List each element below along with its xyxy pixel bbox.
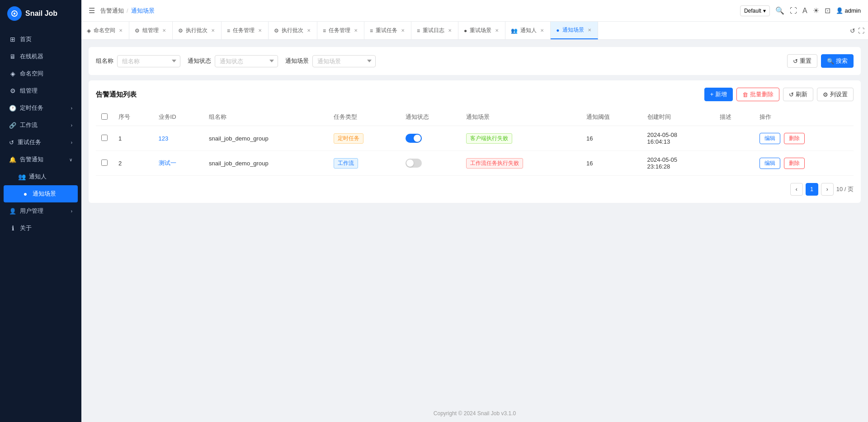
delete-button[interactable]: 删除 xyxy=(784,158,805,169)
col-task-type: 任务类型 xyxy=(328,108,400,126)
user-menu[interactable]: 👤 admin xyxy=(836,7,861,14)
edit-button[interactable]: 编辑 xyxy=(760,133,780,144)
tab-close-notify-scene[interactable]: ✕ xyxy=(587,27,592,33)
layout-icon[interactable]: ⊡ xyxy=(825,6,830,15)
sidebar-toggle[interactable]: ☰ xyxy=(89,6,95,15)
notify-status-toggle[interactable] xyxy=(406,159,422,168)
sidebar-item-label: 关于 xyxy=(20,224,32,232)
edit-button[interactable]: 编辑 xyxy=(760,158,780,169)
tab-notify-scene[interactable]: ● 通知场景 ✕ xyxy=(551,22,598,39)
sidebar-group-header-user[interactable]: 👤 用户管理 › xyxy=(0,202,81,220)
logo-icon xyxy=(7,6,22,21)
tab-retry-log[interactable]: ≡ 重试日志 ✕ xyxy=(411,22,458,39)
sidebar-item-notify-scene[interactable]: ● 通知场景 xyxy=(4,185,78,202)
prev-page-button[interactable]: ‹ xyxy=(790,183,803,196)
row-checkbox[interactable] xyxy=(101,159,108,166)
tab-task-mgmt2[interactable]: ≡ 任务管理 ✕ xyxy=(317,22,364,39)
notify-status-select[interactable]: 通知状态 xyxy=(215,55,278,67)
tab-notify-person[interactable]: 👥 通知人 ✕ xyxy=(505,22,551,39)
tab-icon-retry: ≡ xyxy=(370,28,373,34)
notify-scene-select[interactable]: 通知场景 xyxy=(312,55,376,67)
tab-close-retry-log[interactable]: ✕ xyxy=(447,27,453,34)
tab-task-mgmt1[interactable]: ≡ 任务管理 ✕ xyxy=(222,22,269,39)
add-button[interactable]: + 新增 xyxy=(704,88,733,101)
sidebar-group-header-alert[interactable]: 🔔 告警通知 ∨ xyxy=(0,151,81,168)
settings-icon: ⚙ xyxy=(823,91,828,98)
reset-label: 重置 xyxy=(800,57,811,65)
sidebar-group-header-scheduled[interactable]: 🕐 定时任务 › xyxy=(0,99,81,117)
app-logo[interactable]: Snail Job xyxy=(0,0,81,27)
sidebar-item-online-machines[interactable]: 🖥 在线机器 xyxy=(0,48,81,65)
notify-status-toggle[interactable] xyxy=(406,134,422,143)
chevron-down-icon: ▾ xyxy=(763,8,766,14)
translate-icon[interactable]: A xyxy=(802,7,807,15)
action-buttons: 编辑 删除 xyxy=(760,158,848,169)
action-buttons: 编辑 删除 xyxy=(760,133,848,144)
tab-retry-tasks[interactable]: ≡ 重试任务 ✕ xyxy=(364,22,411,39)
sidebar-item-about[interactable]: ℹ 关于 xyxy=(0,220,81,237)
theme-icon[interactable]: ☀ xyxy=(813,6,819,15)
sidebar-item-label: 组管理 xyxy=(20,87,38,95)
col-notify-scene: 通知场景 xyxy=(461,108,581,126)
col-actions: 操作 xyxy=(754,108,854,126)
sidebar-group-header-retry[interactable]: ↺ 重试任务 › xyxy=(0,134,81,151)
page-content: 组名称 组名称 通知状态 通知状态 通知场景 通知场景 ↺ xyxy=(81,40,868,405)
tab-icon-retry-log: ≡ xyxy=(417,28,420,34)
filter-notify-scene-label: 通知场景 xyxy=(285,57,309,65)
tab-exec-batch2[interactable]: ⚙ 执行批次 ✕ xyxy=(269,22,317,39)
sidebar-item-namespace[interactable]: ◈ 命名空间 xyxy=(0,65,81,82)
sidebar-item-notify-person[interactable]: 👥 通知人 xyxy=(0,168,81,185)
row-notify-status xyxy=(400,126,461,151)
search-icon[interactable]: 🔍 xyxy=(775,6,784,15)
namespace-icon: ◈ xyxy=(9,70,16,77)
tab-close-namespace[interactable]: ✕ xyxy=(118,27,123,34)
row-task-type: 定时任务 xyxy=(328,126,400,151)
breadcrumb: 告警通知 / 通知场景 xyxy=(100,7,155,15)
select-all-checkbox[interactable] xyxy=(101,113,108,120)
page-1-button[interactable]: 1 xyxy=(806,183,818,196)
tab-fullscreen-icon[interactable]: ⛶ xyxy=(858,27,864,34)
sidebar-group-alert: 🔔 告警通知 ∨ 👥 通知人 ● 通知场景 xyxy=(0,151,81,202)
row-description xyxy=(714,151,755,176)
business-id-link[interactable]: 测试一 xyxy=(159,159,176,166)
search-button[interactable]: 🔍 搜索 xyxy=(821,54,854,68)
row-checkbox-cell xyxy=(96,126,113,151)
tab-retry-scene[interactable]: ● 重试场景 ✕ xyxy=(458,22,505,39)
sidebar-item-home[interactable]: ⊞ 首页 xyxy=(0,31,81,48)
sidebar-group-header-workflow[interactable]: 🔗 工作流 › xyxy=(0,117,81,134)
row-checkbox[interactable] xyxy=(101,135,108,141)
tab-namespace[interactable]: ◈ 命名空间 ✕ xyxy=(81,22,129,39)
tab-close-notify-person[interactable]: ✕ xyxy=(539,27,545,34)
namespace-select[interactable]: Default ▾ xyxy=(740,5,770,16)
copyright: Copyright © 2024 Snail Job v3.1.0 xyxy=(434,410,516,417)
tab-close-task2[interactable]: ✕ xyxy=(353,27,359,34)
tab-label-task1: 任务管理 xyxy=(233,27,255,34)
col-checkbox xyxy=(96,108,113,126)
tab-group-mgmt[interactable]: ⚙ 组管理 ✕ xyxy=(129,22,173,39)
fullscreen-icon[interactable]: ⛶ xyxy=(790,7,797,15)
tab-close-group[interactable]: ✕ xyxy=(161,27,167,34)
business-id-link[interactable]: 123 xyxy=(159,135,169,142)
tab-close-task1[interactable]: ✕ xyxy=(257,27,263,34)
filter-group-name: 组名称 组名称 xyxy=(96,55,180,67)
refresh-button[interactable]: ↺ 刷新 xyxy=(783,88,813,101)
row-checkbox-cell xyxy=(96,151,113,176)
next-page-button[interactable]: › xyxy=(821,183,834,196)
tab-icon-group: ⚙ xyxy=(135,28,140,34)
filter-group-name-label: 组名称 xyxy=(96,57,113,65)
search-label: 搜索 xyxy=(836,57,848,65)
tab-close-retry[interactable]: ✕ xyxy=(400,27,406,34)
sidebar-item-group-mgmt[interactable]: ⚙ 组管理 xyxy=(0,82,81,99)
filter-notify-status-label: 通知状态 xyxy=(188,57,211,65)
tab-exec-batch1[interactable]: ⚙ 执行批次 ✕ xyxy=(173,22,222,39)
row-business-id: 123 xyxy=(153,126,204,151)
tab-close-retry-scene[interactable]: ✕ xyxy=(494,27,500,34)
tab-refresh-icon[interactable]: ↺ xyxy=(850,27,855,34)
tab-close-exec1[interactable]: ✕ xyxy=(210,27,216,34)
tab-close-exec2[interactable]: ✕ xyxy=(306,27,311,34)
reset-button[interactable]: ↺ 重置 xyxy=(787,54,817,68)
group-name-select[interactable]: 组名称 xyxy=(117,55,180,67)
batch-delete-button[interactable]: 🗑 批量删除 xyxy=(736,88,779,101)
column-settings-button[interactable]: ⚙ 列设置 xyxy=(817,88,854,101)
delete-button[interactable]: 删除 xyxy=(784,133,805,144)
